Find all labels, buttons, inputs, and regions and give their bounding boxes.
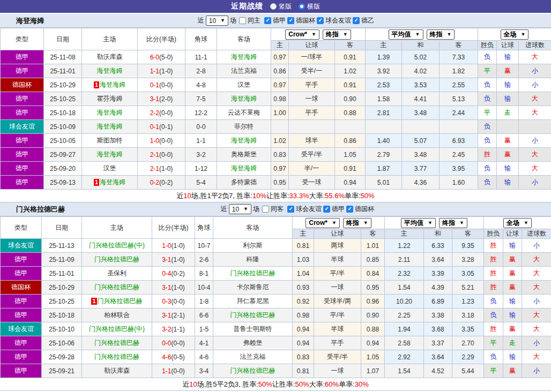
score-cell: 1-1(1-0) bbox=[138, 64, 185, 78]
handicap-away-odds: 0.85 bbox=[361, 253, 385, 267]
table-row: 球会友谊25-11-13门兴格拉德巴赫(中)1-0(1-0)10-7利尔斯0.8… bbox=[1, 239, 551, 253]
handicap-line: 受半/一 bbox=[289, 64, 335, 78]
table-row: 德甲25-10-05斯图加特1-0(0-0)1-1海登海姆1.02球半0.861… bbox=[1, 134, 551, 148]
avg-draw-odds: 6.89 bbox=[424, 295, 452, 308]
corner-cell: 5-4 bbox=[185, 176, 217, 190]
result-handicap: 赢 bbox=[503, 364, 522, 378]
avg-home-odds bbox=[366, 120, 402, 134]
handicap-home-odds: 0.95 bbox=[271, 176, 289, 190]
sub-header-odds-away: 客 bbox=[335, 41, 366, 50]
result-goals: 小 bbox=[519, 78, 551, 92]
avg-select[interactable]: 平均值▼ bbox=[389, 29, 423, 40]
handicap-away-odds: 0.95 bbox=[361, 281, 385, 295]
chevron-down-icon: ▼ bbox=[521, 32, 526, 37]
halftime-score: (0-5) bbox=[172, 353, 185, 361]
handicap-away-odds: 0.90 bbox=[361, 308, 385, 322]
col-header-corner: 角球 bbox=[185, 28, 217, 50]
horizontal-layout-radio[interactable] bbox=[299, 3, 305, 10]
same-side-checkbox[interactable] bbox=[262, 206, 269, 213]
home-team-name: 汉堡 bbox=[103, 164, 116, 172]
layout-option-vertical[interactable]: 竖版 bbox=[270, 2, 292, 11]
result-goals: 大 bbox=[522, 281, 551, 295]
handicap-home-odds: 0.81 bbox=[293, 239, 314, 253]
sub-header-goals: 进球数 bbox=[519, 41, 551, 50]
avg-away-odds: 9.35 bbox=[452, 239, 484, 253]
avg-index-select[interactable]: 终指▼ bbox=[427, 29, 455, 40]
score-cell: 3-1(2-0) bbox=[138, 92, 185, 106]
competition-checkbox[interactable] bbox=[353, 17, 360, 24]
odds-index-select[interactable]: 终指▼ bbox=[323, 29, 351, 40]
scope-select[interactable]: 全场▼ bbox=[501, 29, 529, 40]
competition-checkbox[interactable] bbox=[317, 17, 324, 24]
col-header-type: 类型 bbox=[1, 217, 42, 239]
fulltime-score: 2-1 bbox=[150, 151, 159, 159]
odds-source-select[interactable]: Crow*▼ bbox=[285, 29, 319, 40]
avg-draw-odds: 3.68 bbox=[424, 322, 452, 336]
date-cell: 25-11-08 bbox=[44, 50, 82, 64]
score-cell: 2-2(0-0) bbox=[138, 106, 185, 120]
halftime-score: (1-0) bbox=[159, 165, 173, 172]
red-card-badge: 1 bbox=[94, 179, 99, 186]
competition-checkbox[interactable] bbox=[323, 206, 330, 213]
avg-away-odds: 3.05 bbox=[452, 267, 484, 281]
away-team-name: 法兰克福 bbox=[240, 353, 266, 360]
result-outcome: 平 bbox=[484, 364, 503, 378]
avg-home-odds: 2.92 bbox=[385, 350, 424, 364]
table-row: 德甲25-09-131海登海姆0-2(0-2)5-4多特蒙德0.95受一球0.9… bbox=[1, 176, 551, 190]
fulltime-score: 3-2 bbox=[162, 326, 171, 333]
score-cell: 1-1(0-0) bbox=[152, 364, 195, 378]
match-type-badge: 德甲 bbox=[1, 92, 44, 106]
fulltime-score: 2-1 bbox=[150, 165, 159, 172]
home-team-name: 柏林联合 bbox=[104, 311, 130, 319]
col-header-corner: 角球 bbox=[195, 217, 213, 239]
chevron-down-icon: ▼ bbox=[220, 18, 225, 23]
date-cell: 25-11-09 bbox=[42, 253, 82, 267]
col-header-score: 比分(半场) bbox=[152, 217, 195, 239]
competition-checkbox[interactable] bbox=[287, 206, 294, 213]
result-outcome: 负 bbox=[484, 308, 503, 322]
competition-checkbox[interactable] bbox=[287, 17, 294, 24]
handicap-home-odds: 0.81 bbox=[293, 364, 314, 378]
halftime-score: (1-0) bbox=[172, 256, 185, 263]
odds-index-select[interactable]: 终指▼ bbox=[343, 218, 371, 228]
horizontal-layout-label: 横版 bbox=[307, 2, 320, 11]
handicap-home-odds: 0.97 bbox=[271, 162, 289, 176]
competition-checkbox[interactable] bbox=[346, 206, 353, 213]
scope-select-group: 全场▼ bbox=[484, 217, 551, 229]
date-cell: 25-10-29 bbox=[42, 281, 82, 295]
match-type-badge: 德甲 bbox=[1, 50, 44, 64]
avg-draw-odds: 3.77 bbox=[402, 162, 440, 176]
away-team-cell: 弗赖堡 bbox=[213, 336, 293, 350]
competition-checkbox[interactable] bbox=[264, 17, 271, 24]
corner-cell: 4-1 bbox=[195, 336, 213, 350]
same-side-checkbox[interactable] bbox=[239, 17, 246, 24]
home-team-cell: 勒沃库森 bbox=[82, 364, 152, 378]
avg-select[interactable]: 平均值▼ bbox=[401, 218, 436, 228]
halftime-score: (1-1) bbox=[172, 326, 185, 333]
result-outcome: 负 bbox=[484, 350, 503, 364]
avg-index-select[interactable]: 终指▼ bbox=[439, 218, 467, 228]
avg-draw-odds: 4.02 bbox=[402, 64, 440, 78]
sub-header-avg-away: 客 bbox=[440, 41, 478, 50]
games-count-select[interactable]: 10▼ bbox=[206, 16, 228, 26]
result-goals: 大 bbox=[522, 253, 551, 267]
layout-option-horizontal[interactable]: 横版 bbox=[299, 2, 320, 11]
away-team-cell: 海登海姆 bbox=[217, 162, 271, 176]
avg-home-odds: 2.53 bbox=[366, 78, 402, 92]
sub-header-odds-home: 主 bbox=[271, 41, 289, 50]
games-count-select[interactable]: 10▼ bbox=[229, 204, 251, 214]
table-row: 德国杯25-10-29门兴格拉德巴赫3-1(1-0)10-4卡尔斯鲁厄0.93一… bbox=[1, 281, 551, 295]
home-team-cell: 门兴格拉德巴赫 bbox=[82, 253, 152, 267]
result-outcome: 平 bbox=[478, 106, 497, 120]
away-team-cell: 普鲁士明斯特 bbox=[213, 322, 293, 336]
halftime-score: (0-2) bbox=[159, 179, 173, 186]
handicap-line: 平/半 bbox=[314, 308, 361, 322]
handicap-home-odds: 0.92 bbox=[293, 295, 314, 308]
handicap-home-odds: 0.98 bbox=[293, 308, 314, 322]
away-team-cell: 门兴格拉德巴赫 bbox=[213, 364, 293, 378]
odds-source-select[interactable]: Crow*▼ bbox=[306, 218, 340, 228]
scope-select-group: 全场▼ bbox=[478, 28, 551, 41]
vertical-layout-radio[interactable] bbox=[270, 3, 277, 10]
scope-select[interactable]: 全场▼ bbox=[503, 218, 532, 228]
home-team-cell: 圣保利 bbox=[82, 267, 152, 281]
